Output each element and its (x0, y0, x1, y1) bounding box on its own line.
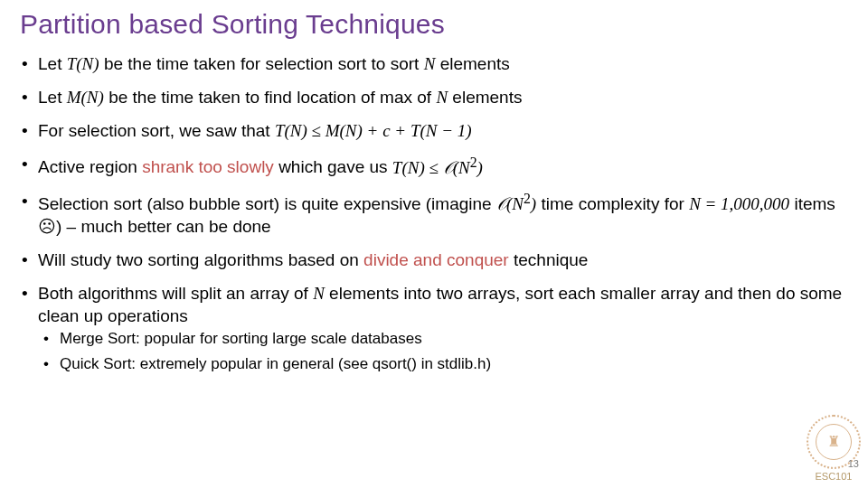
math: N (313, 284, 325, 303)
math: 𝒪(N2) (496, 194, 536, 213)
bullet-5: Selection sort (also bubble sort) is qui… (20, 190, 848, 238)
text: which gave us (274, 158, 392, 177)
text: Will study two sorting algorithms based … (38, 250, 363, 269)
seal-glyph: ♜ (827, 433, 840, 450)
math-part: ) (477, 158, 483, 177)
sub-bullet-2: Quick Sort: extremely popular in general… (43, 354, 848, 374)
math: M(N) (67, 88, 104, 107)
emphasis: shrank too slowly (142, 158, 274, 177)
bullet-2: Let M(N) be the time taken to find locat… (20, 86, 848, 108)
slide: Partition based Sorting Techniques Let T… (0, 0, 868, 488)
text: For selection sort, we saw that (38, 121, 275, 140)
text: time complexity for (536, 194, 689, 213)
page-number: 13 (848, 458, 859, 470)
math: N (436, 88, 448, 107)
text: Let (38, 88, 67, 107)
math: N (424, 54, 436, 73)
bullet-7: Both algorithms will split an array of N… (20, 282, 848, 374)
math: T(N) ≤ M(N) + c + T(N − 1) (275, 121, 472, 140)
slide-title: Partition based Sorting Techniques (20, 9, 848, 40)
sub-bullet-list: Merge Sort: popular for sorting large sc… (38, 329, 848, 374)
bullet-6: Will study two sorting algorithms based … (20, 249, 848, 271)
sub-bullet-1: Merge Sort: popular for sorting large sc… (43, 329, 848, 349)
seal-inner: ♜ (816, 424, 852, 460)
math: N = 1,000,000 (689, 194, 789, 213)
math-part: 𝒪(N (496, 194, 524, 213)
text: Active region (38, 158, 142, 177)
text: Both algorithms will split an array of (38, 284, 313, 303)
text: Let (38, 54, 67, 73)
math: T(N) (67, 54, 99, 73)
bullet-4: Active region shrank too slowly which ga… (20, 153, 848, 178)
text: Selection sort (also bubble sort) is qui… (38, 194, 496, 213)
text: be the time taken to find location of ma… (104, 88, 437, 107)
math: T(N) ≤ 𝒪(N2) (392, 158, 483, 177)
text: elements (435, 54, 509, 73)
math-part: T(N) ≤ 𝒪(N (392, 158, 470, 177)
slide-footer: ♜ 13 ESC101 (807, 415, 861, 483)
text: technique (509, 250, 589, 269)
text: elements (448, 88, 522, 107)
bullet-1: Let T(N) be the time taken for selection… (20, 52, 848, 75)
superscript: 2 (470, 154, 477, 169)
course-code: ESC101 (807, 471, 861, 483)
superscript: 2 (524, 191, 531, 206)
text: be the time taken for selection sort to … (99, 54, 424, 73)
bullet-3: For selection sort, we saw that T(N) ≤ M… (20, 119, 848, 142)
bullet-list: Let T(N) be the time taken for selection… (20, 52, 848, 375)
emphasis: divide and conquer (363, 250, 509, 269)
